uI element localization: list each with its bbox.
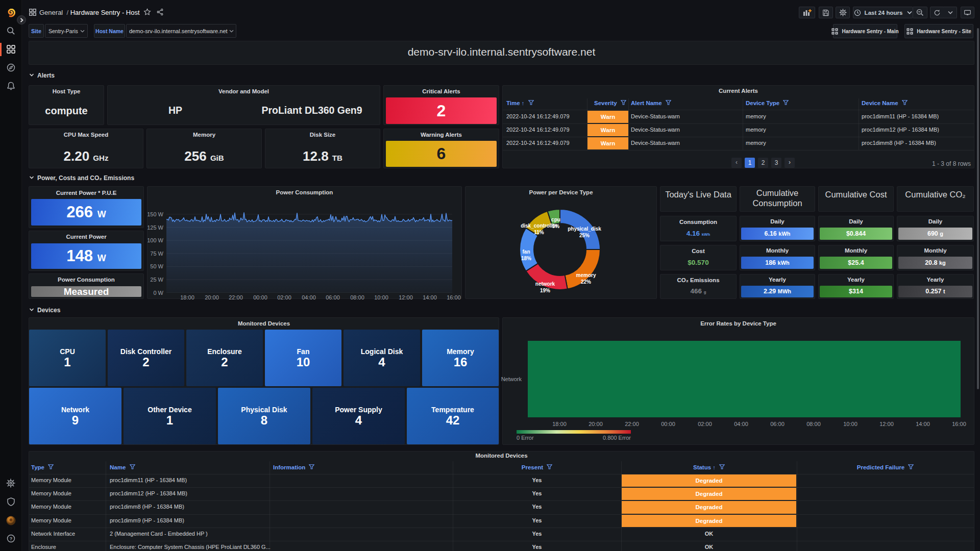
svg-text:?: ?: [10, 536, 13, 541]
